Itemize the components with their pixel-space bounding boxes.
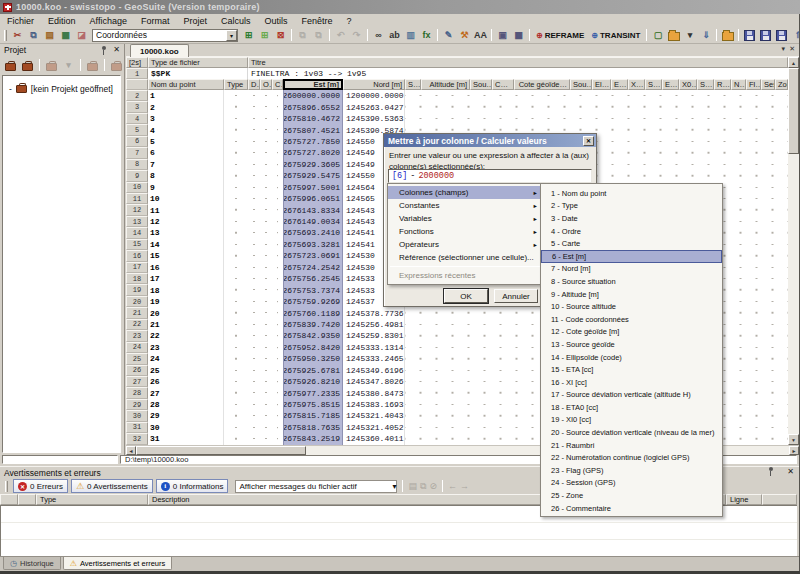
cell-empty[interactable] [272, 399, 283, 410]
tools-button[interactable]: ⚒ [457, 28, 472, 42]
replace-button[interactable]: ab [387, 28, 402, 42]
pin-icon[interactable] [99, 46, 108, 55]
row-number[interactable]: 14 [126, 227, 148, 238]
row-number[interactable]: 21 [126, 307, 148, 318]
cell-est[interactable]: 2675975.8515 [283, 399, 343, 410]
cell-empty[interactable] [272, 319, 283, 330]
cell-empty[interactable] [260, 147, 272, 158]
find-button[interactable]: ∞ [371, 28, 386, 42]
msg-col-ligne[interactable]: Ligne [726, 494, 762, 505]
cell-empty[interactable] [272, 101, 283, 112]
cell-empty[interactable] [224, 227, 248, 238]
submenu-item-12[interactable]: 12 - Cote géoïde [m] [541, 326, 722, 339]
row-number[interactable]: 2 [126, 90, 148, 101]
row-number[interactable]: 20 [126, 296, 148, 307]
cell-est[interactable]: 2675929.5475 [283, 170, 343, 181]
cell-empty[interactable] [272, 387, 283, 398]
filter-0-erreurs[interactable]: ✕0 Erreurs [13, 479, 68, 493]
cell-empty[interactable] [224, 193, 248, 204]
cell-empty[interactable] [260, 296, 272, 307]
cell-empty[interactable] [260, 101, 272, 112]
cell-empty[interactable] [248, 170, 260, 181]
cell-empty[interactable] [248, 296, 260, 307]
cell-empty[interactable] [224, 136, 248, 147]
menu-item-op-rateurs[interactable]: Opérateurs► [388, 238, 542, 251]
append-row-button[interactable]: ⊞ [257, 28, 272, 42]
submenu-item-11[interactable]: 11 - Code coordonnées [541, 313, 722, 326]
cell-empty[interactable] [224, 433, 248, 444]
col-header-24[interactable]: Ses… [761, 79, 775, 90]
submenu-item-7[interactable]: 7 - Nord [m] [541, 263, 722, 276]
msg-col-type[interactable]: Type [36, 494, 148, 505]
cell-est[interactable]: 2675810.4672 [283, 113, 343, 124]
cell-point-name[interactable]: 1 [148, 90, 224, 101]
cell-point-name[interactable]: 28 [148, 399, 224, 410]
cell-empty[interactable] [272, 90, 283, 101]
page-icon[interactable]: ▤ [408, 482, 417, 491]
cell-empty[interactable] [260, 136, 272, 147]
cell-est[interactable]: 2675723.0691 [283, 250, 343, 261]
submenu-item-14[interactable]: 14 - Ellipsoïde (code) [541, 351, 722, 364]
cell-empty[interactable] [224, 182, 248, 193]
cell-empty[interactable] [224, 342, 248, 353]
row-number[interactable]: 13 [126, 216, 148, 227]
vertical-scroll-thumb[interactable] [788, 68, 799, 154]
row-number[interactable]: 17 [126, 262, 148, 273]
cell-nord[interactable]: 1245383.1693 [343, 399, 405, 410]
cell-empty[interactable] [272, 147, 283, 158]
filter-0-avertissements[interactable]: ⚠0 Avertissements [71, 479, 153, 493]
cell-empty[interactable] [272, 170, 283, 181]
cell-empty[interactable] [272, 204, 283, 215]
cell-empty[interactable] [260, 239, 272, 250]
tab-list-icon[interactable]: ▾ [782, 45, 786, 53]
cell-empty[interactable] [224, 239, 248, 250]
cell-est[interactable]: 2675977.2335 [283, 387, 343, 398]
cell-empty[interactable] [248, 250, 260, 261]
cell-empty[interactable] [272, 365, 283, 376]
row-number[interactable]: 18 [126, 273, 148, 284]
cell-empty[interactable] [248, 365, 260, 376]
cell-est[interactable]: 2675753.7374 [283, 284, 343, 295]
cell-est[interactable]: 2675727.7850 [283, 136, 343, 147]
dialog-title-bar[interactable]: Mettre à jour colonne / Calculer valeurs… [384, 134, 596, 147]
cell-empty[interactable] [260, 365, 272, 376]
row-number[interactable]: 4 [126, 113, 148, 124]
cell-point-name[interactable]: 21 [148, 319, 224, 330]
submenu-item-17[interactable]: 17 - Source déviation verticale (altitud… [541, 389, 722, 402]
cell-empty[interactable] [248, 433, 260, 444]
cell-point-name[interactable]: 7 [148, 159, 224, 170]
project-folder-button[interactable] [720, 28, 735, 42]
cell-empty[interactable] [248, 410, 260, 421]
goto-button[interactable]: ▥ [403, 28, 418, 42]
cell-empty[interactable] [405, 90, 788, 101]
message-filter-select[interactable]: Afficher messages du fichier actif ▾ [235, 480, 397, 493]
cell-nord[interactable]: 1245380.8473 [343, 387, 405, 398]
cell-empty[interactable] [224, 330, 248, 341]
copy-icon[interactable]: ⧉ [420, 482, 426, 491]
cell-empty[interactable] [224, 250, 248, 261]
expression-input[interactable]: [6] - 2000000 [388, 169, 592, 183]
cell-empty[interactable] [260, 433, 272, 444]
cell-empty[interactable] [224, 101, 248, 112]
delete-row-button[interactable]: ⊠ [273, 28, 288, 42]
title-bar[interactable]: 10000.koo - swisstopo - GeoSuite (Versio… [0, 0, 800, 14]
filter-0-informations[interactable]: i0 Informations [156, 479, 229, 493]
cell-empty[interactable] [248, 307, 260, 318]
menu-help[interactable]: ? [340, 16, 359, 26]
dialog-close-icon[interactable]: ✕ [583, 136, 594, 146]
cell-empty[interactable] [224, 365, 248, 376]
row-number[interactable]: 27 [126, 376, 148, 387]
cell-est[interactable]: 2676149.0034 [283, 216, 343, 227]
menu-affichage[interactable]: Affichage [83, 16, 134, 26]
cell-empty[interactable] [272, 182, 283, 193]
open-file-button[interactable] [666, 28, 681, 42]
row-number[interactable]: 26 [126, 365, 148, 376]
cell-empty[interactable] [224, 319, 248, 330]
cell-empty[interactable] [260, 250, 272, 261]
col-header-23[interactable]: Fl… [746, 79, 761, 90]
row-number[interactable]: 30 [126, 410, 148, 421]
col-header-14[interactable]: El… [592, 79, 611, 90]
insert-row-button[interactable]: ⊞ [241, 28, 256, 42]
cell-point-name[interactable]: 9 [148, 182, 224, 193]
reframe-button[interactable]: ⊕REFRAME [533, 28, 587, 42]
